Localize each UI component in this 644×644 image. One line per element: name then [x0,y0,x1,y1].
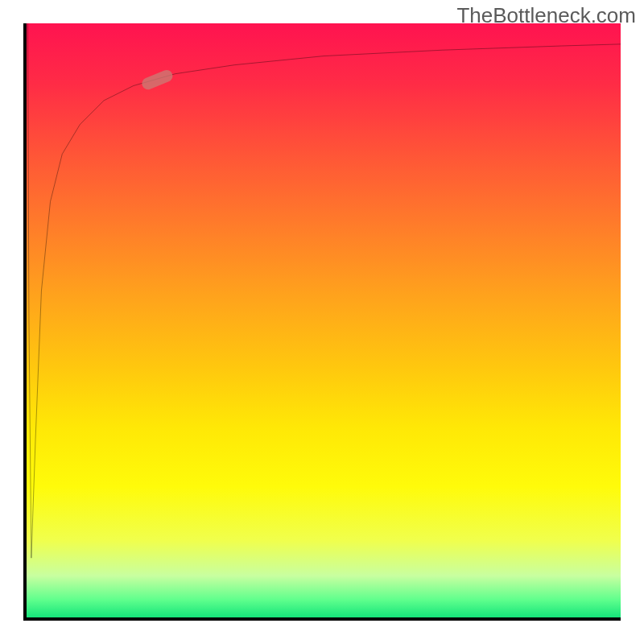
chart-canvas: TheBottleneck.com [0,0,644,644]
axes-frame [23,23,621,621]
